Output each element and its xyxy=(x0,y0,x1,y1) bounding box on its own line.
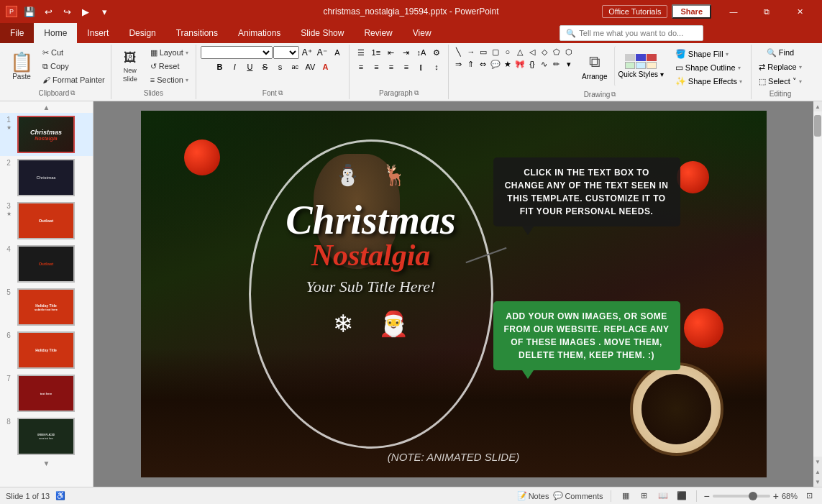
christmas-title[interactable]: Christmas xyxy=(286,200,456,240)
copy-button[interactable]: ⧉Copy xyxy=(40,60,108,73)
increase-font-button[interactable]: A⁺ xyxy=(300,46,314,59)
curve-shape-button[interactable]: ∿ xyxy=(539,58,550,70)
section-button[interactable]: ≡Section▾ xyxy=(147,73,191,86)
tab-animations[interactable]: Animations xyxy=(228,23,291,43)
slide-thumb-5[interactable]: 5 Holiday Title subtitle text here xyxy=(0,285,93,329)
strikethrough-button[interactable]: S xyxy=(257,60,272,73)
font-family-select[interactable] xyxy=(201,46,273,59)
tab-review[interactable]: Review xyxy=(354,23,402,43)
tab-slideshow[interactable]: Slide Show xyxy=(291,23,354,43)
tab-insert[interactable]: Insert xyxy=(77,23,119,43)
slide-thumb-7[interactable]: 7 text here xyxy=(0,372,93,415)
arrow2-shape-button[interactable]: ⇒ xyxy=(453,58,465,70)
line-spacing-button[interactable]: ↕ xyxy=(429,60,444,73)
underline-button[interactable]: U xyxy=(242,60,257,73)
restore-button[interactable]: ⧉ xyxy=(750,0,783,23)
arrange-button[interactable]: ⧉ Arrange xyxy=(577,46,612,86)
notes-button[interactable]: 📝 Notes xyxy=(517,491,549,500)
office-tutorials-button[interactable]: Office Tutorials xyxy=(602,5,667,18)
star-shape-button[interactable]: ★ xyxy=(502,58,513,70)
reset-button[interactable]: ↺Reset xyxy=(147,60,191,73)
line-shape-button[interactable]: ╲ xyxy=(453,46,465,58)
scroll-extra-down-button[interactable]: ▼ xyxy=(813,477,822,487)
arrow3-shape-button[interactable]: ⇑ xyxy=(465,58,477,70)
italic-button[interactable]: I xyxy=(227,60,242,73)
slide-thumb-8[interactable]: 8 GREEN PLACED some text here xyxy=(0,415,93,458)
drawing-dialog-icon[interactable]: ⧉ xyxy=(611,91,616,98)
increase-indent-button[interactable]: ⇥ xyxy=(399,46,414,59)
callout-box-2[interactable]: ADD YOUR OWN IMAGES, OR SOME FROM OUR WE… xyxy=(493,301,680,370)
tab-transitions[interactable]: Transitions xyxy=(166,23,228,43)
dialog-launcher-icon[interactable]: ⧉ xyxy=(70,89,75,97)
save-button[interactable]: 💾 xyxy=(22,4,37,19)
arrow4-shape-button[interactable]: ⇔ xyxy=(478,58,489,70)
shape-outline-button[interactable]: ▭Shape Outline▾ xyxy=(672,61,745,74)
share-button[interactable]: Share xyxy=(672,4,711,19)
collapse-panel-button[interactable]: ▲ xyxy=(0,101,93,113)
oval-shape-button[interactable]: ○ xyxy=(502,46,513,58)
slide-thumb-6[interactable]: 6 Holiday Title xyxy=(0,329,93,372)
columns-button[interactable]: ⫿ xyxy=(414,60,429,73)
align-center-button[interactable]: ≡ xyxy=(369,60,383,73)
shadow-button[interactable]: s xyxy=(273,60,287,73)
text-direction-button[interactable]: ↕A xyxy=(414,46,429,59)
freeform-shape-button[interactable]: ✏ xyxy=(551,58,562,70)
diamond-shape-button[interactable]: ◇ xyxy=(539,46,550,58)
allcaps-button[interactable]: ac xyxy=(288,60,302,73)
font-dialog-icon[interactable]: ⧉ xyxy=(278,89,283,97)
customize-qat-button[interactable]: ▾ xyxy=(96,4,112,19)
pentagon-shape-button[interactable]: ⬠ xyxy=(551,46,562,58)
para-dialog-icon[interactable]: ⧉ xyxy=(414,89,419,97)
zoom-out-button[interactable]: − xyxy=(704,490,710,502)
char-spacing-button[interactable]: AV xyxy=(303,60,317,73)
scroll-extra-up-button[interactable]: ▲ xyxy=(813,467,822,477)
scroll-thumb-v[interactable] xyxy=(814,115,821,137)
new-slide-button[interactable]: 🖼 New Slide xyxy=(116,47,145,86)
align-left-button[interactable]: ≡ xyxy=(354,60,368,73)
align-right-button[interactable]: ≡ xyxy=(384,60,398,73)
scroll-up-button[interactable]: ▲ xyxy=(813,101,822,111)
triangle-shape-button[interactable]: △ xyxy=(514,46,526,58)
slide-thumb-4[interactable]: 4 Outlast xyxy=(0,242,93,285)
font-color-button[interactable]: A xyxy=(318,60,332,73)
format-painter-button[interactable]: 🖌Format Painter xyxy=(40,73,108,86)
ribbon-shape-button[interactable]: 🎀 xyxy=(514,58,526,70)
redo-button[interactable]: ↪ xyxy=(59,4,75,19)
scroll-down-button[interactable]: ▼ xyxy=(0,458,93,468)
decrease-font-button[interactable]: A⁻ xyxy=(315,46,329,59)
reading-view-button[interactable]: 📖 xyxy=(656,489,670,503)
comments-button[interactable]: 💬 Comments xyxy=(553,491,603,500)
zoom-thumb[interactable] xyxy=(749,492,757,500)
shape-fill-button[interactable]: 🪣Shape Fill▾ xyxy=(672,47,745,60)
tab-file[interactable]: File xyxy=(0,23,34,43)
slideshow-view-button[interactable]: ⬛ xyxy=(675,489,689,503)
slide-thumb-3[interactable]: 3 ★ Outlast xyxy=(0,199,93,242)
undo-button[interactable]: ↩ xyxy=(40,4,56,19)
replace-button[interactable]: ⇄Replace▾ xyxy=(756,60,804,73)
nostalgia-title[interactable]: Nostalgia xyxy=(311,240,431,270)
hexagon-shape-button[interactable]: ⬡ xyxy=(563,46,575,58)
quick-styles-button[interactable]: Quick Styles ▾ xyxy=(614,46,667,86)
tell-me-input[interactable] xyxy=(579,29,694,37)
convert-smartart-button[interactable]: ⚙ xyxy=(429,46,444,59)
slide-thumb-2[interactable]: 2 Christmas xyxy=(0,156,93,199)
paste-button[interactable]: 📋 Paste xyxy=(6,46,37,86)
bracket-shape-button[interactable]: {} xyxy=(526,58,538,70)
subtitle-text[interactable]: Your Sub Title Here! xyxy=(306,278,436,296)
bullets-button[interactable]: ☰ xyxy=(354,46,368,59)
normal-view-button[interactable]: ▦ xyxy=(618,489,633,503)
decrease-indent-button[interactable]: ⇤ xyxy=(384,46,398,59)
tab-home[interactable]: Home xyxy=(34,23,77,43)
slide-sorter-button[interactable]: ⊞ xyxy=(637,489,652,503)
find-button[interactable]: 🔍Find xyxy=(764,46,797,59)
justify-button[interactable]: ≡ xyxy=(399,60,414,73)
scroll-down-main-button[interactable]: ▼ xyxy=(813,457,822,467)
arrow-shape-button[interactable]: → xyxy=(465,46,477,58)
minimize-button[interactable]: — xyxy=(717,0,750,23)
slide-thumb-1[interactable]: 1 ★ Christmas Nostalgia xyxy=(0,113,93,156)
more-shapes-button[interactable]: ▾ xyxy=(563,58,575,70)
callout-box-1[interactable]: CLICK IN THE TEXT BOX TO CHANGE ANY OF T… xyxy=(493,157,680,226)
callout-shape-button[interactable]: 💬 xyxy=(490,58,501,70)
present-button[interactable]: ▶ xyxy=(78,4,93,19)
tab-design[interactable]: Design xyxy=(119,23,165,43)
